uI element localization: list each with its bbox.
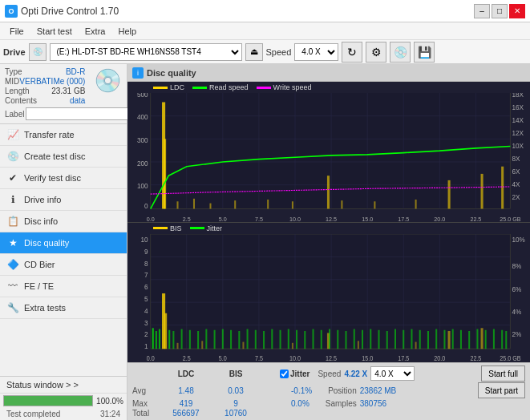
position-value: 23862 MB — [360, 386, 397, 395]
sidebar-item-drive-info[interactable]: ℹ Drive info — [0, 189, 127, 211]
svg-text:10: 10 — [140, 235, 148, 244]
sidebar-item-fe-te[interactable]: 〰 FE / TE — [0, 276, 127, 297]
svg-rect-127 — [345, 330, 346, 348]
menu-file[interactable]: File — [3, 25, 30, 38]
svg-text:2%: 2% — [512, 329, 521, 338]
svg-rect-95 — [481, 328, 483, 349]
svg-text:12.5: 12.5 — [326, 354, 337, 362]
position-label: Position — [328, 386, 357, 395]
sidebar-item-transfer-rate[interactable]: 📈 Transfer rate — [0, 124, 127, 146]
speed-select[interactable]: 4.0 X — [294, 43, 338, 61]
svg-rect-121 — [296, 329, 297, 348]
drive-select[interactable]: (E:) HL-DT-ST BD-RE WH16NS58 TST4 — [50, 43, 242, 61]
svg-text:5: 5 — [144, 294, 148, 303]
svg-text:20.0: 20.0 — [434, 216, 445, 221]
menu-start-test[interactable]: Start test — [30, 25, 79, 38]
sidebar-item-disc-quality[interactable]: ★ Disc quality — [0, 232, 127, 254]
svg-rect-36 — [481, 174, 483, 209]
length-value: 23.31 GB — [51, 87, 85, 95]
svg-rect-117 — [263, 330, 265, 348]
max-bis: 9 — [211, 399, 261, 408]
total-bis: 10760 — [211, 409, 261, 418]
svg-rect-38 — [176, 201, 178, 208]
svg-rect-105 — [168, 329, 170, 348]
svg-text:2X: 2X — [512, 193, 520, 202]
svg-text:400: 400 — [137, 113, 148, 122]
jitter-checkbox[interactable] — [280, 370, 289, 378]
menu-extra[interactable]: Extra — [79, 25, 112, 38]
svg-text:7.5: 7.5 — [255, 354, 263, 362]
svg-text:10.0: 10.0 — [289, 216, 301, 221]
disc-panel: Type BD-R MID VERBATIMe (000) Length 23.… — [0, 64, 127, 124]
top-chart-svg: 500 400 300 200 100 0 18X 16X 14X 12X 10… — [127, 93, 530, 222]
svg-rect-129 — [362, 329, 363, 348]
close-button[interactable]: ✕ — [509, 4, 525, 18]
sidebar-item-create-test-disc[interactable]: 💿 Create test disc — [0, 146, 127, 168]
sidebar-item-verify-test-disc[interactable]: ✔ Verify test disc — [0, 168, 127, 189]
type-label: Type — [5, 67, 22, 76]
sidebar-label-drive-info: Drive info — [24, 195, 61, 204]
sidebar-item-extra-tests[interactable]: 🔧 Extra tests — [0, 297, 127, 319]
avg-label: Avg — [132, 386, 161, 395]
svg-rect-120 — [288, 329, 289, 349]
speed-stats-select[interactable]: 4.0 X — [370, 366, 415, 381]
mid-value: VERBATIMe (000) — [19, 77, 85, 86]
svg-rect-113 — [230, 329, 232, 348]
progress-row: 100.0% — [0, 394, 127, 408]
jitter-header: Jitter — [290, 370, 310, 378]
bottom-chart-svg: 10 9 8 7 6 5 4 3 2 1 10% 8% 6% 4% 2% — [127, 234, 530, 363]
svg-rect-137 — [427, 330, 429, 348]
legend-bis-label: BIS — [170, 224, 182, 232]
avg-bis: 0.03 — [211, 386, 261, 395]
svg-rect-41 — [234, 200, 236, 208]
svg-rect-43 — [292, 201, 293, 208]
sidebar-item-cd-bier[interactable]: 🔷 CD Bier — [0, 254, 127, 276]
disc-button2[interactable]: 💿 — [390, 42, 411, 63]
sidebar-label-verify-disc: Verify test disc — [24, 173, 81, 183]
jitter-color — [190, 227, 204, 229]
refresh-button[interactable]: ↻ — [342, 42, 362, 63]
start-full-button[interactable]: Start full — [481, 365, 525, 382]
sidebar-label-extra-tests: Extra tests — [24, 303, 66, 313]
svg-text:6X: 6X — [512, 167, 520, 176]
sidebar-label-fe-te: FE / TE — [24, 281, 54, 291]
fe-te-icon: 〰 — [6, 280, 19, 293]
contents-value: data — [70, 96, 85, 105]
titlebar-left: O Opti Drive Control 1.70 — [5, 5, 119, 18]
svg-text:22.5: 22.5 — [470, 354, 481, 362]
save-button[interactable]: 💾 — [414, 42, 435, 63]
drive-toolbar: Drive 💿 (E:) HL-DT-ST BD-RE WH16NS58 TST… — [0, 40, 530, 64]
minimize-button[interactable]: – — [474, 4, 490, 18]
stats-ldc-header: LDC — [161, 370, 211, 378]
svg-rect-110 — [205, 329, 207, 349]
svg-rect-101 — [415, 341, 417, 349]
status-window-button[interactable]: Status window > > — [0, 377, 127, 394]
svg-rect-97 — [201, 341, 203, 349]
svg-rect-44 — [341, 200, 342, 208]
legend-ldc: LDC — [153, 83, 184, 91]
label-input[interactable] — [26, 107, 132, 120]
speed-value: 4.22 X — [344, 370, 367, 378]
svg-rect-34 — [327, 176, 330, 208]
svg-text:4X: 4X — [512, 180, 520, 188]
settings-button[interactable]: ⚙ — [366, 42, 386, 63]
start-part-button[interactable]: Start part — [478, 382, 525, 398]
svg-rect-128 — [354, 329, 355, 349]
mid-label: MID — [5, 77, 19, 86]
svg-rect-136 — [419, 329, 421, 348]
svg-text:22.5: 22.5 — [470, 216, 481, 221]
svg-text:15.0: 15.0 — [362, 216, 373, 221]
progress-bar — [3, 395, 93, 406]
svg-text:2.5: 2.5 — [183, 216, 191, 221]
menu-help[interactable]: Help — [111, 25, 143, 38]
svg-text:17.5: 17.5 — [398, 216, 409, 221]
svg-text:25.0 GB: 25.0 GB — [500, 354, 520, 362]
contents-label: Contents — [5, 96, 37, 105]
sidebar-item-disc-info[interactable]: 📋 Disc info — [0, 211, 127, 232]
svg-text:10.0: 10.0 — [289, 354, 301, 362]
maximize-button[interactable]: □ — [492, 4, 508, 18]
svg-rect-141 — [460, 329, 462, 348]
avg-ldc: 1.48 — [161, 386, 211, 395]
svg-text:2: 2 — [144, 329, 148, 338]
eject-button[interactable]: ⏏ — [245, 43, 263, 61]
